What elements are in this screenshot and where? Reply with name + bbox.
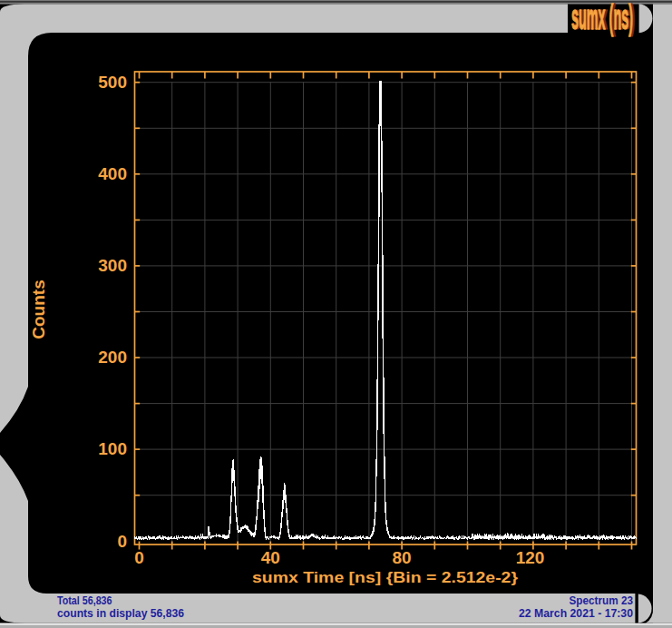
svg-text:Counts: Counts xyxy=(29,280,48,339)
svg-text:500: 500 xyxy=(98,73,127,92)
svg-text:sumx (ns): sumx (ns) xyxy=(571,0,633,36)
svg-text:0: 0 xyxy=(117,532,127,551)
svg-text:sumx Time [ns] {Bin = 2.512e-2: sumx Time [ns] {Bin = 2.512e-2} xyxy=(252,569,518,586)
svg-text:40: 40 xyxy=(261,548,280,567)
svg-text:80: 80 xyxy=(393,548,412,567)
svg-text:0: 0 xyxy=(134,548,144,567)
svg-text:120: 120 xyxy=(516,548,545,567)
svg-text:100: 100 xyxy=(98,439,127,458)
svg-text:200: 200 xyxy=(98,348,127,367)
svg-text:400: 400 xyxy=(98,164,127,183)
svg-text:counts in display 56,836: counts in display 56,836 xyxy=(57,606,184,620)
svg-text:300: 300 xyxy=(98,256,127,275)
svg-text:22 March 2021 - 17:30: 22 March 2021 - 17:30 xyxy=(519,606,633,620)
